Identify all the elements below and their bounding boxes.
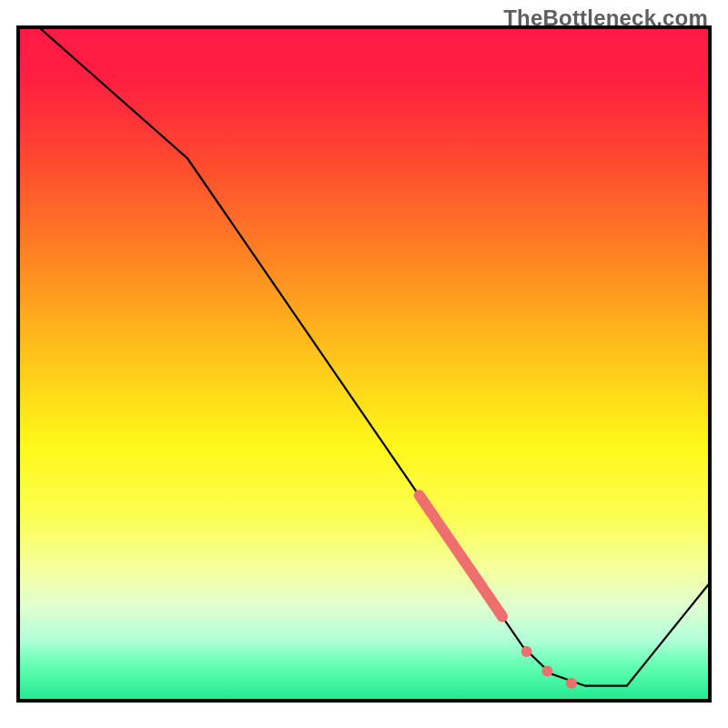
highlight-dot: [541, 665, 552, 676]
highlight-dot: [566, 678, 577, 689]
plot-area: [18, 27, 710, 701]
chart-container: TheBottleneck.com: [0, 0, 728, 728]
highlight-dot: [521, 646, 532, 657]
gradient-background: [18, 27, 710, 701]
watermark-text: TheBottleneck.com: [503, 5, 708, 31]
bottleneck-chart: [0, 0, 728, 728]
